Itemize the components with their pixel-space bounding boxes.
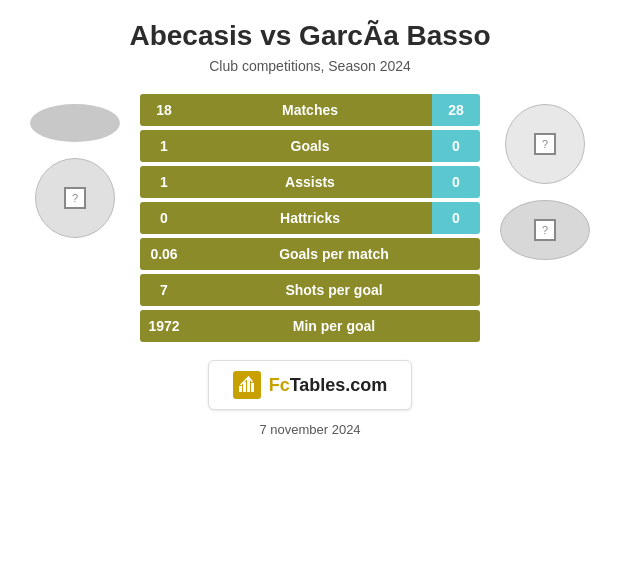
stat-assists-left: 1 <box>140 166 188 198</box>
right-player-avatar-bottom: ? <box>500 200 590 260</box>
stat-hattricks-left: 0 <box>140 202 188 234</box>
left-player-avatars: ? <box>20 104 130 238</box>
stat-row-matches: 18 Matches 28 <box>140 94 480 126</box>
fctables-fc-part: Fc <box>269 375 290 395</box>
stat-assists-label: Assists <box>188 166 432 198</box>
stat-matches-label: Matches <box>188 94 432 126</box>
stat-hattricks-right: 0 <box>432 202 480 234</box>
left-team-badge <box>30 104 120 142</box>
page-title: Abecasis vs GarcÃa Basso <box>129 20 490 52</box>
page-subtitle: Club competitions, Season 2024 <box>209 58 411 74</box>
svg-rect-1 <box>243 382 246 392</box>
svg-rect-0 <box>239 386 242 392</box>
stat-goals-per-match-label: Goals per match <box>188 238 480 270</box>
fctables-tables-part: Tables.com <box>290 375 388 395</box>
stat-min-per-goal-val: 1972 <box>140 310 188 342</box>
stat-assists-right: 0 <box>432 166 480 198</box>
right-player-avatars: ? ? <box>490 104 600 260</box>
stat-row-goals-per-match: 0.06 Goals per match <box>140 238 480 270</box>
stat-row-hattricks: 0 Hattricks 0 <box>140 202 480 234</box>
stat-min-per-goal-label: Min per goal <box>188 310 480 342</box>
right-player-image-placeholder-top: ? <box>534 133 556 155</box>
main-content: ? 18 Matches 28 1 Goals 0 1 Assists 0 <box>10 94 610 342</box>
right-player-image-placeholder-bottom: ? <box>534 219 556 241</box>
stat-goals-left: 1 <box>140 130 188 162</box>
fctables-badge[interactable]: FcTables.com <box>208 360 413 410</box>
stat-goals-per-match-val: 0.06 <box>140 238 188 270</box>
svg-rect-2 <box>247 378 250 392</box>
stat-row-assists: 1 Assists 0 <box>140 166 480 198</box>
stat-shots-per-goal-val: 7 <box>140 274 188 306</box>
stat-goals-right: 0 <box>432 130 480 162</box>
left-player-image-placeholder: ? <box>64 187 86 209</box>
page-container: Abecasis vs GarcÃa Basso Club competitio… <box>0 0 620 580</box>
stat-row-goals: 1 Goals 0 <box>140 130 480 162</box>
stat-hattricks-label: Hattricks <box>188 202 432 234</box>
stat-row-min-per-goal: 1972 Min per goal <box>140 310 480 342</box>
stat-matches-left: 18 <box>140 94 188 126</box>
chart-icon <box>238 376 256 394</box>
footer-date: 7 november 2024 <box>259 422 360 437</box>
stat-matches-right: 28 <box>432 94 480 126</box>
left-player-avatar: ? <box>35 158 115 238</box>
svg-rect-3 <box>251 383 254 392</box>
stat-shots-per-goal-label: Shots per goal <box>188 274 480 306</box>
fctables-label: FcTables.com <box>269 375 388 396</box>
stats-container: 18 Matches 28 1 Goals 0 1 Assists 0 0 Ha… <box>140 94 480 342</box>
right-player-avatar-top: ? <box>505 104 585 184</box>
stat-row-shots-per-goal: 7 Shots per goal <box>140 274 480 306</box>
stat-goals-label: Goals <box>188 130 432 162</box>
fctables-icon <box>233 371 261 399</box>
